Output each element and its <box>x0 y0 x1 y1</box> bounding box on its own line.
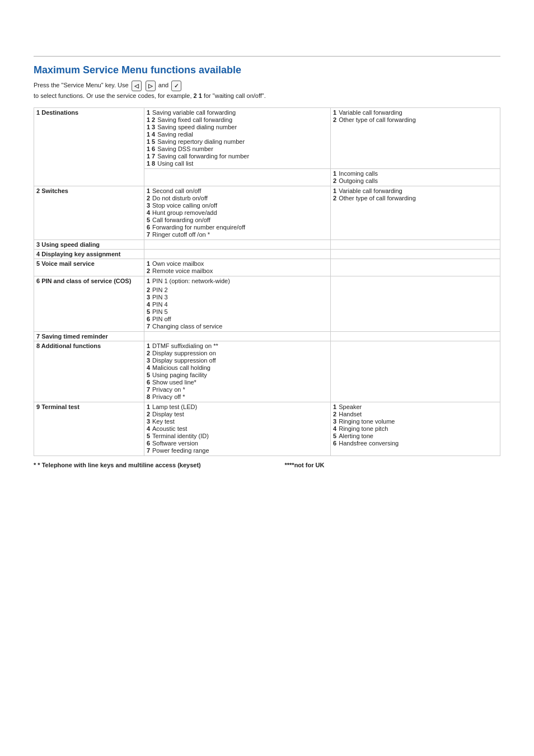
sub-col-2: 1Second call on/off 2Do not disturb on/o… <box>144 186 330 240</box>
detail-col-4 <box>331 249 500 259</box>
sub-col-9: 1Lamp test (LED) 2Display test 3Key test… <box>144 402 330 456</box>
sub-col-1a: 1Saving variable call forwarding 1 2Savi… <box>144 107 330 168</box>
sub-col-6: 1PIN 1 (option: network-wide) 2PIN 2 3PI… <box>144 276 330 331</box>
page-title: Maximum Service Menu functions available <box>34 56 500 76</box>
detail-col-5 <box>331 259 500 276</box>
footnote-doublestar: ** <box>285 462 290 468</box>
sub-col-1b <box>144 168 330 186</box>
detail-col-3 <box>331 240 500 249</box>
key2-icon: ▷ <box>146 81 156 91</box>
category-9: 9 Terminal test <box>34 402 144 456</box>
detail-col-1a: 1Variable call forwarding 2Other type of… <box>331 107 500 168</box>
category-5: 5 Voice mail service <box>34 259 144 276</box>
footnote-star: * <box>34 462 36 468</box>
category-6: 6 PIN and class of service (COS) <box>34 276 144 331</box>
detail-col-7 <box>331 331 500 341</box>
table-row: 1 Destinations 1Saving variable call for… <box>34 107 500 168</box>
table-row: 7 Saving timed reminder <box>34 331 500 341</box>
detail-col-9: 1Speaker 2Handset 3Ringing tone volume 4… <box>331 402 500 456</box>
category-8: 8 Additional functions <box>34 341 144 402</box>
sub-col-4 <box>144 249 330 259</box>
category-4: 4 Displaying key assignment <box>34 249 144 259</box>
sub-col-7 <box>144 331 330 341</box>
key3-icon: ✓ <box>171 81 181 91</box>
table-row: 2 Switches 1Second call on/off 2Do not d… <box>34 186 500 240</box>
sub-col-5: 1Own voice mailbox 2Remote voice mailbox <box>144 259 330 276</box>
key1-icon: ◁ <box>132 81 142 91</box>
sub-col-8: 1DTMF suffixdialing on ** 2Display suppr… <box>144 341 330 402</box>
sub-col-3 <box>144 240 330 249</box>
service-menu-table: 1 Destinations 1Saving variable call for… <box>34 107 500 456</box>
table-row: 5 Voice mail service 1Own voice mailbox … <box>34 259 500 276</box>
table-row: 6 PIN and class of service (COS) 1PIN 1 … <box>34 276 500 331</box>
footnote: * * Telephone with line keys and multili… <box>34 462 500 468</box>
category-2: 2 Switches <box>34 186 144 240</box>
category-1: 1 Destinations <box>34 107 144 186</box>
table-row: 3 Using speed dialing <box>34 240 500 249</box>
table-row: 4 Displaying key assignment <box>34 249 500 259</box>
table-row: 8 Additional functions 1DTMF suffixdiali… <box>34 341 500 402</box>
intro-text: Press the "Service Menu" key. Use ◁ ▷ an… <box>34 81 500 101</box>
table-row: 9 Terminal test 1Lamp test (LED) 2Displa… <box>34 402 500 456</box>
detail-col-1b: 1Incoming calls 2Outgoing calls <box>331 168 500 186</box>
category-7: 7 Saving timed reminder <box>34 331 144 341</box>
footnote-1-text: * Telephone with line keys and multiline… <box>38 462 200 468</box>
detail-col-6 <box>331 276 500 331</box>
detail-col-2: 1Variable call forwarding 2Other type of… <box>331 186 500 240</box>
footnote-2-text: **not for UK <box>289 462 324 468</box>
detail-col-8 <box>331 341 500 402</box>
category-3: 3 Using speed dialing <box>34 240 144 249</box>
